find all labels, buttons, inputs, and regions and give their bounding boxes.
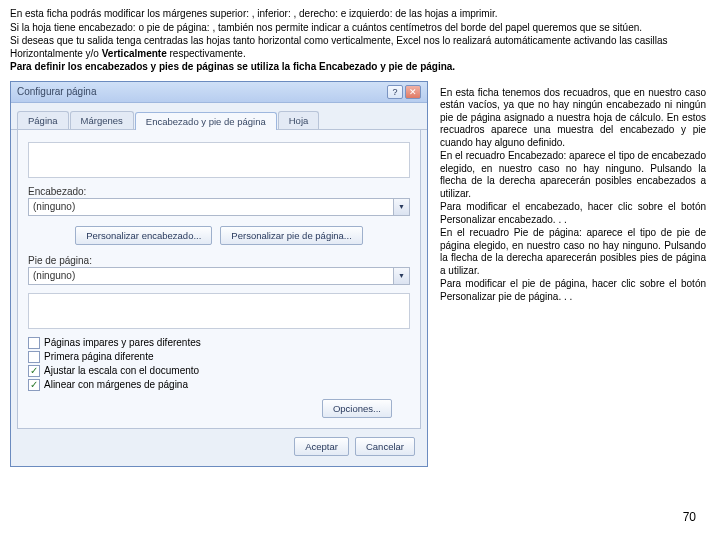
footer-preview [28,293,410,329]
footer-label: Pie de página: [28,255,410,266]
custom-header-button[interactable]: Personalizar encabezado... [75,226,212,245]
label-odd-even: Páginas impares y pares diferentes [44,337,201,348]
side-p5: Para modificar el pie de página, hacer c… [440,278,706,303]
header-combo-value: (ninguno) [29,201,393,212]
intro-line-4: Para definir los encabezados y pies de p… [10,61,710,74]
checkbox-first-diff[interactable] [28,351,40,363]
tab-margenes[interactable]: Márgenes [70,111,134,129]
tab-strip: Página Márgenes Encabezado y pie de pági… [11,109,427,130]
footer-combo[interactable]: (ninguno) ▼ [28,267,410,285]
close-button[interactable]: ✕ [405,85,421,99]
custom-footer-button[interactable]: Personalizar pie de página... [220,226,362,245]
intro-line-3c: respectivamente. [167,48,246,59]
page-number: 70 [683,510,696,524]
side-p2: En el recuadro Encabezado: aparece el ti… [440,150,706,200]
label-first-diff: Primera página diferente [44,351,154,362]
checkbox-odd-even[interactable] [28,337,40,349]
titlebar: Configurar página ? ✕ [11,82,427,103]
help-button[interactable]: ? [387,85,403,99]
side-p4: En el recuadro Pie de página: aparece el… [440,227,706,277]
intro-line-3: Si deseas que tu salida tenga centradas … [10,35,710,60]
page-setup-dialog: Configurar página ? ✕ Página Márgenes En… [10,81,428,467]
tab-panel: Encabezado: (ninguno) ▼ Personalizar enc… [17,130,421,429]
cancel-button[interactable]: Cancelar [355,437,415,456]
header-label: Encabezado: [28,186,410,197]
checkbox-align-margins[interactable]: ✓ [28,379,40,391]
chevron-down-icon[interactable]: ▼ [393,199,409,215]
side-p1: En esta ficha tenemos dos recuadros, que… [440,87,706,150]
intro-text-block: En esta ficha podrás modificar los márge… [0,0,720,79]
intro-line-3b: Verticalmente [102,48,167,59]
header-combo[interactable]: (ninguno) ▼ [28,198,410,216]
accept-button[interactable]: Aceptar [294,437,349,456]
side-text-block: En esta ficha tenemos dos recuadros, que… [430,81,710,309]
header-preview [28,142,410,178]
chevron-down-icon[interactable]: ▼ [393,268,409,284]
side-p3: Para modificar el encabezado, hacer clic… [440,201,706,226]
label-scale-doc: Ajustar la escala con el documento [44,365,199,376]
dialog-title: Configurar página [17,86,97,97]
options-button[interactable]: Opciones... [322,399,392,418]
tab-pagina[interactable]: Página [17,111,69,129]
tab-hoja[interactable]: Hoja [278,111,320,129]
label-align-margins: Alinear con márgenes de página [44,379,188,390]
intro-line-1: En esta ficha podrás modificar los márge… [10,8,710,21]
footer-combo-value: (ninguno) [29,270,393,281]
tab-encabezado-pie[interactable]: Encabezado y pie de página [135,112,277,130]
intro-line-2: Si la hoja tiene encabezado: o pie de pá… [10,22,710,35]
checkbox-scale-doc[interactable]: ✓ [28,365,40,377]
